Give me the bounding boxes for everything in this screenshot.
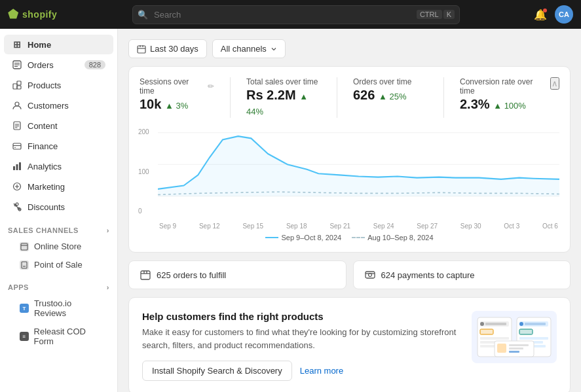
svg-rect-6 xyxy=(17,86,21,89)
svg-rect-17 xyxy=(19,162,21,170)
svg-rect-4 xyxy=(13,84,17,89)
conversion-metric: Conversion rate over time 2.3% ▲ 100% xyxy=(460,77,534,112)
sidebar-item-orders[interactable]: Orders 828 xyxy=(4,55,113,75)
payment-icon xyxy=(364,269,376,281)
metric-divider-1 xyxy=(230,77,231,118)
orders-fulfill-card[interactable]: 625 orders to fulfill xyxy=(128,260,347,289)
legend-previous: Aug 10–Sep 8, 2024 xyxy=(352,234,433,241)
svg-rect-43 xyxy=(485,323,506,325)
svg-rect-21 xyxy=(21,243,28,250)
pos-icon xyxy=(20,260,29,270)
online-store-icon xyxy=(20,242,29,251)
date-filter-label: Last 30 days xyxy=(150,44,198,54)
sidebar-item-discounts[interactable]: Discounts xyxy=(4,197,113,217)
apps-arrow[interactable]: › xyxy=(107,283,109,291)
svg-rect-16 xyxy=(16,164,18,170)
date-filter-button[interactable]: Last 30 days xyxy=(128,39,207,58)
discounts-icon xyxy=(12,202,22,212)
sidebar-item-online-store[interactable]: Online Store xyxy=(4,238,113,255)
sales-channels-arrow[interactable]: › xyxy=(107,226,109,234)
trustoo-icon: T xyxy=(20,304,29,313)
y-axis: 200 100 0 xyxy=(138,126,157,217)
search-icon: 🔍 xyxy=(138,10,148,20)
svg-point-50 xyxy=(519,322,523,326)
svg-rect-5 xyxy=(17,81,21,85)
home-icon: ⊞ xyxy=(12,39,22,50)
search-discovery-actions: Install Shopify Search & Discovery Learn… xyxy=(142,361,461,381)
sidebar-item-marketing[interactable]: Marketing xyxy=(4,177,113,196)
filter-bar: Last 30 days All channels xyxy=(128,39,571,58)
chart-x-labels: Sep 9 Sep 12 Sep 15 Sep 18 Sep 21 Sep 24… xyxy=(158,223,559,230)
sidebar-item-point-of-sale[interactable]: Point of Sale xyxy=(4,256,113,274)
orders-icon xyxy=(12,60,22,70)
analytics-card: Sessions over time ✏ 10k ▲ 3% Total sale… xyxy=(128,66,571,253)
svg-point-42 xyxy=(480,322,484,326)
svg-rect-52 xyxy=(519,329,533,334)
svg-rect-15 xyxy=(13,166,15,170)
svg-point-7 xyxy=(15,102,19,106)
search-discovery-content: Help customers find the right products M… xyxy=(142,311,461,381)
svg-rect-57 xyxy=(497,344,506,353)
keyboard-shortcut: CTRL K xyxy=(417,10,455,19)
finance-icon xyxy=(12,141,22,151)
svg-rect-23 xyxy=(22,262,27,268)
sidebar: ⊞ Home Orders 828 Products Customers xyxy=(0,29,118,392)
calendar-icon xyxy=(137,45,146,54)
sidebar-item-products[interactable]: Products xyxy=(4,75,113,95)
marketing-icon xyxy=(12,181,22,192)
chart-container: 200 100 0 xyxy=(140,126,559,217)
analytics-icon xyxy=(12,161,22,171)
sidebar-item-customers[interactable]: Customers xyxy=(4,96,113,115)
capture-text: 624 payments to capture xyxy=(381,270,475,280)
svg-rect-59 xyxy=(509,347,523,349)
svg-rect-12 xyxy=(13,143,21,149)
svg-point-14 xyxy=(14,147,16,149)
search-visual xyxy=(472,311,557,363)
sidebar-item-trustoo[interactable]: T Trustoo.io Reviews xyxy=(4,294,113,322)
customers-icon xyxy=(12,100,22,111)
svg-rect-53 xyxy=(519,337,548,340)
search-input[interactable] xyxy=(132,5,460,24)
notifications-button[interactable]: 🔔 xyxy=(534,9,547,21)
metric-divider-3 xyxy=(443,77,444,118)
topbar-right: 🔔 CA xyxy=(534,5,573,24)
sidebar-item-finance[interactable]: Finance xyxy=(4,136,113,156)
main-content: Last 30 days All channels Sessions over … xyxy=(118,29,581,392)
sidebar-item-releasit[interactable]: ≡ Releasit COD Form xyxy=(4,323,113,350)
orders-badge: 828 xyxy=(84,60,105,69)
layout: ⊞ Home Orders 828 Products Customers xyxy=(0,0,581,392)
svg-rect-45 xyxy=(480,337,509,340)
channel-filter-button[interactable]: All channels xyxy=(212,39,286,58)
legend-previous-line xyxy=(352,237,365,238)
orders-metric: Orders over time 626 ▲ 25% xyxy=(353,77,428,103)
search-discovery-desc: Make it easy for customers to find what … xyxy=(142,326,461,351)
legend-current: Sep 9–Oct 8, 2024 xyxy=(265,234,341,241)
payments-capture-card[interactable]: 624 payments to capture xyxy=(353,260,571,289)
svg-rect-33 xyxy=(141,271,150,279)
sidebar-item-analytics[interactable]: Analytics xyxy=(4,156,113,176)
notification-dot xyxy=(543,9,547,12)
sales-channels-section: Sales channels › xyxy=(0,217,117,237)
orders-row: 625 orders to fulfill 624 payments to ca… xyxy=(128,260,571,289)
search-discovery-card: Help customers find the right products M… xyxy=(128,297,571,392)
products-icon xyxy=(12,80,22,90)
svg-rect-60 xyxy=(509,351,519,353)
total-sales-metric: Total sales over time Rs 2.2M ▲ 44% xyxy=(246,77,321,118)
avatar[interactable]: CA xyxy=(555,5,573,24)
shopify-logo: ⬟ shopify xyxy=(8,7,126,22)
topbar: ⬟ shopify 🔍 CTRL K 🔔 CA xyxy=(0,0,581,29)
fulfill-text: 625 orders to fulfill xyxy=(157,270,226,280)
content-icon xyxy=(12,120,22,131)
install-search-button[interactable]: Install Shopify Search & Discovery xyxy=(142,361,292,381)
chart-legend: Sep 9–Oct 8, 2024 Aug 10–Sep 8, 2024 xyxy=(140,234,559,241)
package-icon xyxy=(140,269,151,281)
legend-current-line xyxy=(265,237,278,238)
edit-metric-icon[interactable]: ✏ xyxy=(208,82,214,91)
search-learn-more-button[interactable]: Learn more xyxy=(300,366,343,376)
channel-filter-label: All channels xyxy=(221,44,267,54)
sidebar-item-home[interactable]: ⊞ Home xyxy=(4,35,113,54)
logo-text: shopify xyxy=(22,9,57,20)
sidebar-item-content[interactable]: Content xyxy=(4,116,113,135)
collapse-button[interactable]: ∧ xyxy=(550,77,559,90)
ctrl-key: CTRL xyxy=(417,10,442,19)
